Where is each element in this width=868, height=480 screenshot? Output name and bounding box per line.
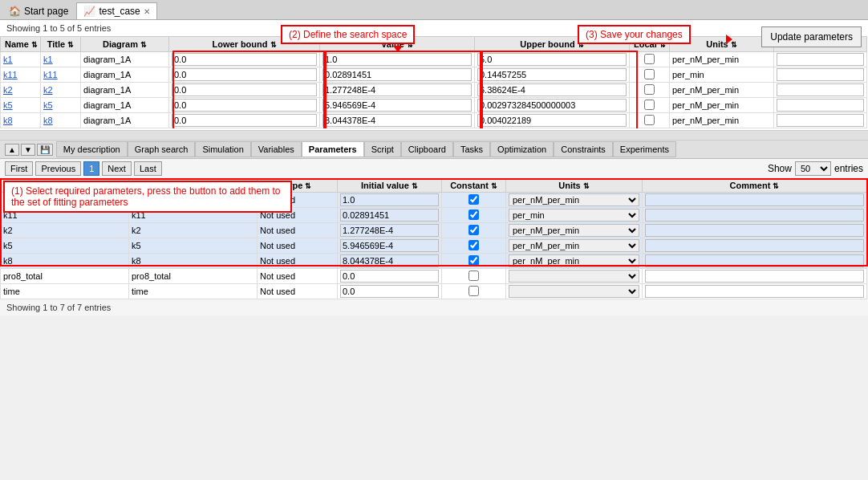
- units-select[interactable]: per_min: [509, 209, 639, 222]
- cell-lower[interactable]: [169, 83, 320, 98]
- lower-input[interactable]: [172, 53, 317, 66]
- bcell-units[interactable]: per_nM_per_min: [506, 223, 643, 238]
- value-input[interactable]: [322, 99, 472, 112]
- cell-upper[interactable]: [475, 113, 630, 128]
- panel-tab-constraints[interactable]: Constraints: [554, 141, 613, 157]
- constant-checkbox[interactable]: [468, 209, 479, 220]
- initial-input[interactable]: [340, 193, 439, 206]
- local-checkbox[interactable]: [644, 115, 655, 125]
- bcell-constant[interactable]: [442, 208, 506, 223]
- cell-comment[interactable]: [774, 67, 867, 83]
- comment-input[interactable]: [777, 68, 864, 81]
- upper-input[interactable]: [477, 83, 627, 96]
- update-parameters-button[interactable]: Update parameters: [761, 26, 862, 47]
- panel-tab-simulation[interactable]: Simulation: [195, 141, 250, 157]
- lower-input[interactable]: [172, 83, 317, 96]
- lower-input[interactable]: [172, 68, 317, 81]
- initial-input[interactable]: [340, 254, 439, 267]
- cell-upper[interactable]: [475, 67, 630, 83]
- comment-input[interactable]: [777, 99, 864, 112]
- bcell-units[interactable]: per_nM_per_min: [506, 238, 643, 254]
- panel-tab-parameters[interactable]: Parameters: [302, 141, 364, 157]
- last-button[interactable]: Last: [134, 161, 162, 176]
- cell-local[interactable]: [630, 52, 670, 67]
- panel-up-button[interactable]: ▲: [5, 144, 19, 156]
- bcell-constant[interactable]: [442, 284, 506, 299]
- units-select[interactable]: [509, 270, 639, 283]
- bcell-initial[interactable]: [338, 208, 442, 223]
- cell-upper[interactable]: [475, 52, 630, 67]
- cell-upper[interactable]: [475, 98, 630, 113]
- cell-local[interactable]: [630, 113, 670, 128]
- bcell-initial[interactable]: [338, 223, 442, 238]
- cell-comment[interactable]: [774, 98, 867, 113]
- panel-tab-tasks[interactable]: Tasks: [453, 141, 490, 157]
- upper-input[interactable]: [477, 99, 627, 112]
- local-checkbox[interactable]: [644, 69, 655, 79]
- tab-start-page[interactable]: 🏠 Start page: [2, 3, 75, 19]
- cell-upper[interactable]: [475, 83, 630, 98]
- cell-comment[interactable]: [774, 113, 867, 128]
- lower-input[interactable]: [172, 99, 317, 112]
- cell-value[interactable]: [320, 67, 475, 83]
- local-checkbox[interactable]: [644, 100, 655, 110]
- bcomment-input[interactable]: [645, 254, 864, 267]
- bcell-constant[interactable]: [442, 254, 506, 269]
- constant-checkbox[interactable]: [468, 194, 479, 205]
- bcell-initial[interactable]: [338, 284, 442, 299]
- panel-save-button[interactable]: 💾: [37, 144, 53, 156]
- first-button[interactable]: First: [5, 161, 33, 176]
- units-select[interactable]: per_nM_per_min: [509, 193, 639, 206]
- bcell-comment[interactable]: [643, 238, 867, 254]
- bcell-initial[interactable]: [338, 238, 442, 254]
- value-input[interactable]: [322, 83, 472, 96]
- bcell-comment[interactable]: [643, 269, 867, 284]
- cell-local[interactable]: [630, 83, 670, 98]
- panel-tab-experiments[interactable]: Experiments: [613, 141, 676, 157]
- initial-input[interactable]: [340, 270, 439, 283]
- cell-lower[interactable]: [169, 52, 320, 67]
- constant-checkbox[interactable]: [468, 286, 479, 296]
- panel-tab-variables[interactable]: Variables: [251, 141, 302, 157]
- panel-down-button[interactable]: ▼: [21, 144, 35, 156]
- tab-test-case[interactable]: 📈 test_case ✕: [76, 2, 156, 19]
- initial-input[interactable]: [340, 285, 439, 298]
- constant-checkbox[interactable]: [468, 225, 479, 235]
- bcomment-input[interactable]: [645, 193, 864, 206]
- panel-tab-optimization[interactable]: Optimization: [490, 141, 554, 157]
- value-input[interactable]: [322, 53, 472, 66]
- units-select[interactable]: per_nM_per_min: [509, 239, 639, 252]
- bcell-constant[interactable]: [442, 238, 506, 254]
- bcell-initial[interactable]: [338, 254, 442, 269]
- next-button[interactable]: Next: [102, 161, 132, 176]
- panel-tab-clipboard[interactable]: Clipboard: [401, 141, 453, 157]
- current-page-button[interactable]: 1: [83, 161, 99, 176]
- cell-local[interactable]: [630, 98, 670, 113]
- cell-lower[interactable]: [169, 67, 320, 83]
- bcell-constant[interactable]: [442, 269, 506, 284]
- bcomment-input[interactable]: [645, 224, 864, 237]
- initial-input[interactable]: [340, 209, 439, 222]
- show-select[interactable]: 50 25 100: [795, 161, 831, 176]
- cell-value[interactable]: [320, 52, 475, 67]
- bcell-units[interactable]: [506, 269, 643, 284]
- bcomment-input[interactable]: [645, 209, 864, 222]
- previous-button[interactable]: Previous: [35, 161, 81, 176]
- value-input[interactable]: [322, 68, 472, 81]
- cell-value[interactable]: [320, 83, 475, 98]
- initial-input[interactable]: [340, 239, 439, 252]
- close-icon[interactable]: ✕: [144, 7, 150, 16]
- bcell-units[interactable]: per_min: [506, 208, 643, 223]
- cell-comment[interactable]: [774, 52, 867, 67]
- horizontal-scrollbar[interactable]: [0, 130, 868, 140]
- bcomment-input[interactable]: [645, 239, 864, 252]
- bcomment-input[interactable]: [645, 285, 864, 298]
- local-checkbox[interactable]: [644, 84, 655, 95]
- bcell-initial[interactable]: [338, 269, 442, 284]
- upper-input[interactable]: [477, 53, 627, 66]
- cell-value[interactable]: [320, 113, 475, 128]
- upper-input[interactable]: [477, 68, 627, 81]
- panel-tab-script[interactable]: Script: [364, 141, 401, 157]
- bcell-comment[interactable]: [643, 223, 867, 238]
- upper-input[interactable]: [477, 114, 627, 127]
